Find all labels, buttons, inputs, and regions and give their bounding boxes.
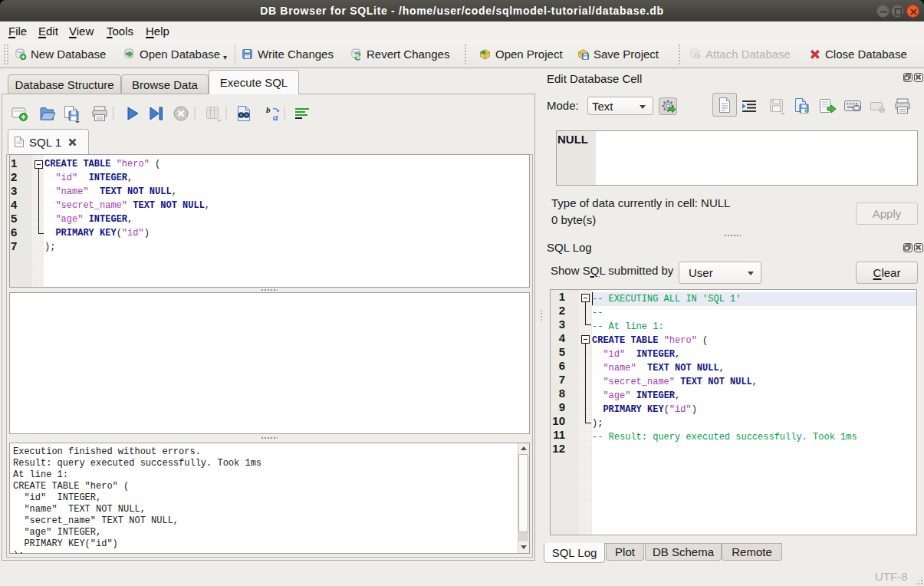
svg-text:a: a xyxy=(273,111,278,123)
svg-text:b: b xyxy=(266,105,271,114)
